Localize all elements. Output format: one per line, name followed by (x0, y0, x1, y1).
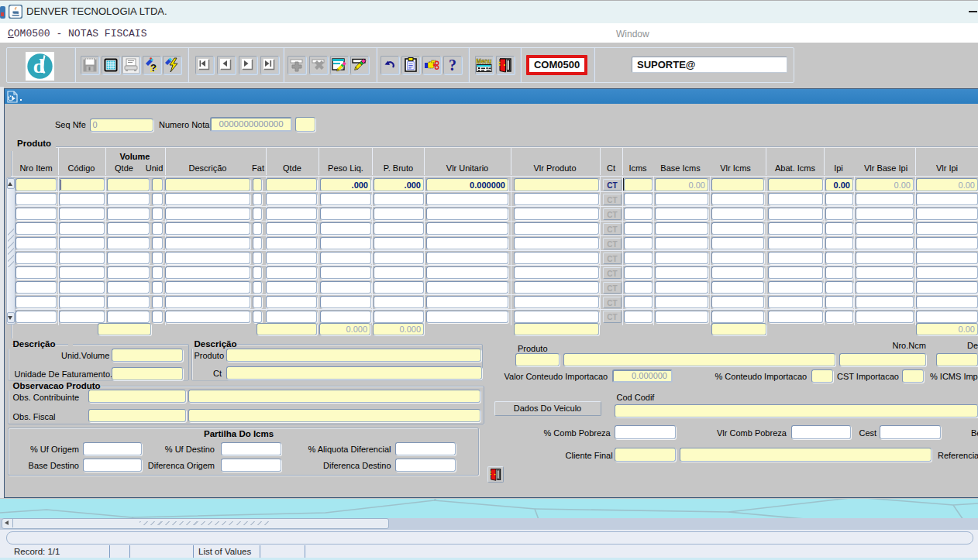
svg-text:?: ? (150, 62, 157, 74)
svg-text:Menu: Menu (476, 57, 491, 65)
svg-text:?: ? (449, 57, 456, 74)
